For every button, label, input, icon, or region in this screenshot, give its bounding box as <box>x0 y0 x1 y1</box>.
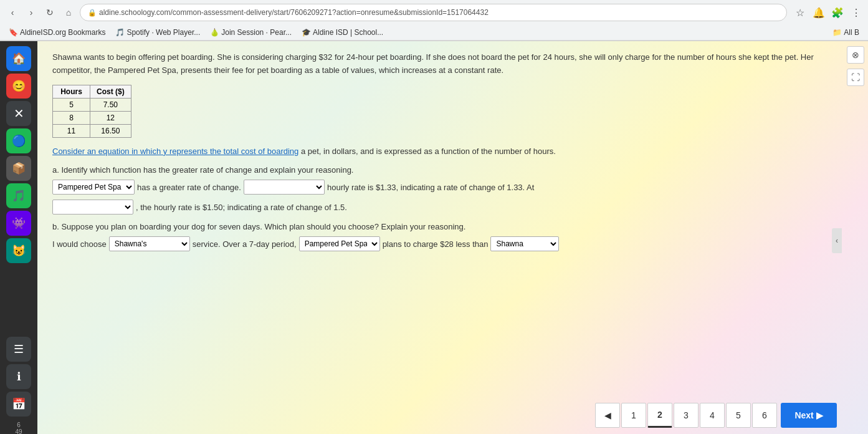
consider-text: Consider an equation in which y represen… <box>52 145 827 158</box>
table-header-hours: Hours <box>53 85 90 98</box>
bookmark-allb[interactable]: 📁 All B <box>829 27 863 38</box>
app-icon-game[interactable]: 👾 <box>6 211 31 236</box>
bookmark-icon-aldineisd: 🔖 <box>9 28 18 37</box>
dropdown-at-which[interactable]: Pampered Pet Spa Shawna's <box>52 200 133 215</box>
pagination-bar: ◀ 1 2 3 4 5 6 Next ▶ <box>595 403 837 428</box>
url-text: aldine.schoology.com/common-assessment-d… <box>99 8 779 17</box>
bookmark-icon-aldineisd2: 🎓 <box>302 28 311 37</box>
menu-icon[interactable]: ⋮ <box>849 7 863 19</box>
table-cell: 7.50 <box>90 98 131 111</box>
text-plans: plans to charge $28 less than <box>383 239 489 249</box>
browser-chrome: ‹ › ↻ ⌂ 🔒 aldine.schoology.com/common-as… <box>0 0 868 41</box>
status-minute: 49 <box>15 428 22 434</box>
data-table: Hours Cost ($) 57.508121116.50 <box>52 85 131 138</box>
app-icon-box[interactable]: 📦 <box>6 156 31 181</box>
dropdown-hourly-rate-who[interactable]: Pampered Pet Spa's Shawna's <box>244 180 325 195</box>
answer-line-a1: Pampered Pet Spa Shawna's has a greater … <box>52 180 827 195</box>
bookmark-icon-spotify: 🎵 <box>115 28 125 37</box>
app-icon-face2[interactable]: 😺 <box>6 238 31 263</box>
panel-controls: ⊗ ⛶ <box>843 41 868 91</box>
table-cell: 12 <box>90 111 131 124</box>
bookmark-label-aldineisd: AldineISD.org Bookmarks <box>20 28 105 37</box>
expand-btn[interactable]: ⛶ <box>847 69 864 86</box>
notifications-icon[interactable]: 🔔 <box>812 7 826 19</box>
bookmark-icon-pear: 🍐 <box>210 28 219 37</box>
app-icon-spotify[interactable]: 🎵 <box>6 183 31 208</box>
next-button[interactable]: Next ▶ <box>781 403 837 428</box>
dropdown-pampered-pet-spa-2[interactable]: Pampered Pet Spa Shawna's <box>299 236 380 251</box>
app-icon-face[interactable]: 😊 <box>6 74 31 99</box>
consider-text-rest: a pet, in dollars, and is expressed as a… <box>298 147 556 156</box>
main-layout: 🏠 😊 ✕ 🔵 📦 🎵 👾 😺 ☰ ℹ 📅 6 49 ⊗ ⛶ ‹ Shawna … <box>0 41 868 434</box>
bookmarks-bar: 🔖 AldineISD.org Bookmarks 🎵 Spotify · We… <box>0 25 868 41</box>
content-area: ⊗ ⛶ ‹ Shawna wants to begin offering pet… <box>37 41 868 434</box>
app-icon-home[interactable]: 🏠 <box>6 46 31 71</box>
table-cell: 11 <box>53 124 90 137</box>
bookmark-aldineisd[interactable]: 🔖 AldineISD.org Bookmarks <box>5 27 109 38</box>
table-header-cost: Cost ($) <box>90 85 131 98</box>
back-button[interactable]: ‹ <box>5 5 20 20</box>
text-after-dropdown3: , the hourly rate is $1.50; indicating a… <box>136 203 347 212</box>
browser-toolbar: ‹ › ↻ ⌂ 🔒 aldine.schoology.com/common-as… <box>0 0 868 25</box>
bookmark-label-pear: Join Session · Pear... <box>221 28 292 37</box>
table-cell: 8 <box>53 111 90 124</box>
app-icon-list[interactable]: ☰ <box>6 337 31 362</box>
page-button-1[interactable]: 1 <box>621 403 646 428</box>
left-sidebar: 🏠 😊 ✕ 🔵 📦 🎵 👾 😺 ☰ ℹ 📅 6 49 <box>0 41 37 434</box>
answer-line-b: I would choose Shawna's Pampered Pet Spa… <box>52 236 827 251</box>
app-icon-calendar[interactable]: 📅 <box>6 392 31 417</box>
bookmark-label-spotify: Spotify · Web Player... <box>126 28 200 37</box>
prev-page-button[interactable]: ◀ <box>595 403 620 428</box>
text-has-greater: has a greater rate of change. <box>137 183 241 192</box>
next-label: Next ▶ <box>794 410 823 420</box>
bookmark-label-allb: All B <box>844 28 859 37</box>
page-button-4[interactable]: 4 <box>700 403 725 428</box>
app-icon-x[interactable]: ✕ <box>6 101 31 126</box>
home-button[interactable]: ⌂ <box>61 5 76 20</box>
bookmark-aldineisd2[interactable]: 🎓 Aldine ISD | School... <box>298 27 387 38</box>
dropdown-pampered-pet-spa[interactable]: Pampered Pet Spa Shawna's <box>52 180 135 195</box>
text-service: service. Over a 7-day period, <box>193 239 297 249</box>
bookmark-label-aldineisd2: Aldine ISD | School... <box>313 28 383 37</box>
part-a-label: a. Identify which function has the great… <box>52 165 827 175</box>
question-panel: Shawna wants to begin offering pet board… <box>37 41 842 434</box>
bookmark-icon-allb: 📁 <box>832 28 842 37</box>
toolbar-icons: ☆ 🔔 🧩 ⋮ <box>793 7 863 19</box>
address-bar[interactable]: 🔒 aldine.schoology.com/common-assessment… <box>80 4 787 21</box>
fullscreen-exit-btn[interactable]: ⊗ <box>847 46 864 64</box>
table-cell: 5 <box>53 98 90 111</box>
consider-text-highlighted: Consider an equation in which y represen… <box>52 147 298 156</box>
page-button-2[interactable]: 2 <box>647 403 672 428</box>
page-button-5[interactable]: 5 <box>726 403 751 428</box>
status-hour: 6 <box>15 422 22 428</box>
question-paragraph: Shawna wants to begin offering pet board… <box>52 51 827 77</box>
dropdown-shawna-6[interactable]: Shawna Pampered Pet Spa <box>490 236 559 251</box>
dropdown-shawnas[interactable]: Shawna's Pampered Pet Spa <box>109 236 190 251</box>
bookmark-pear[interactable]: 🍐 Join Session · Pear... <box>206 27 295 38</box>
forward-button[interactable]: › <box>24 5 39 20</box>
app-icon-info[interactable]: ℹ <box>6 364 31 389</box>
collapse-panel-arrow[interactable]: ‹ <box>832 228 842 253</box>
text-after-dropdown2: hourly rate is $1.33, indicating a rate … <box>327 183 534 192</box>
page-button-3[interactable]: 3 <box>674 403 699 428</box>
answer-line-a2: Pampered Pet Spa Shawna's , the hourly r… <box>52 200 827 215</box>
page-button-6[interactable]: 6 <box>752 403 777 428</box>
extensions-icon[interactable]: 🧩 <box>831 7 844 19</box>
text-i-would: I would choose <box>52 239 107 249</box>
reload-button[interactable]: ↻ <box>42 5 57 20</box>
bookmark-spotify[interactable]: 🎵 Spotify · Web Player... <box>112 27 204 38</box>
bookmark-star-icon[interactable]: ☆ <box>793 7 807 19</box>
part-b-label: b. Suppose you plan on boarding your dog… <box>52 222 827 231</box>
app-icon-chrome[interactable]: 🔵 <box>6 128 31 153</box>
table-cell: 16.50 <box>90 124 131 137</box>
paragraph-text-1: Shawna wants to begin offering pet board… <box>52 52 814 75</box>
status-time: 6 49 <box>15 422 22 434</box>
